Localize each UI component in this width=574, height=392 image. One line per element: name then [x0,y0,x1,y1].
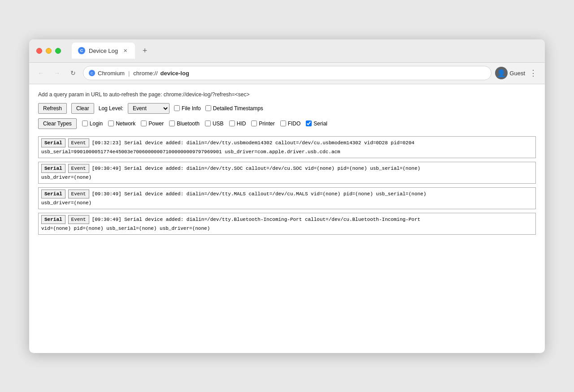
profile-area: 👤 Guest ⋮ [495,67,539,79]
file-info-checkbox-label[interactable]: File Info [174,105,201,112]
log-tag-3: Serial [41,190,65,199]
type-fido-checkbox[interactable] [280,121,286,126]
log-event-tag-2: Event [68,164,89,173]
log-event-tag-1: Event [68,138,89,148]
type-power-text: Power [148,121,164,127]
url-separator: | [128,70,130,77]
type-usb-text: USB [213,121,224,127]
info-bar: Add a query param in URL to auto-refresh… [38,91,536,98]
type-serial-label[interactable]: Serial [306,121,327,127]
browser-window: C Device Log ✕ + ← → ↻ C Chromium | chro… [29,39,545,353]
log-header-3: Serial Event [09:30:49] Serial device ad… [41,190,533,199]
log-body-2: usb_driver=(none) [41,174,533,181]
detailed-timestamps-checkbox-label[interactable]: Detailed Timestamps [205,105,263,112]
url-path: device-log [161,70,189,77]
tab-favicon: C [78,47,85,54]
detailed-timestamps-checkbox[interactable] [205,105,211,111]
log-event-tag-3: Event [68,190,89,199]
detailed-timestamps-label: Detailed Timestamps [213,105,263,112]
file-info-label: File Info [182,105,201,112]
new-tab-button[interactable]: + [139,44,151,57]
log-timestamp-3: [09:30:49] Serial device added: dialin=/… [92,190,426,198]
log-level-label: Log Level: [99,105,123,112]
log-header-2: Serial Event [09:30:49] Serial device ad… [41,164,533,173]
log-body-1: usb_serial=9901000051774e45003e700600000… [41,148,533,156]
table-row: Serial Event [09:30:49] Serial device ad… [38,187,536,209]
type-bluetooth-label[interactable]: Bluetooth [169,121,200,127]
type-network-text: Network [116,121,135,127]
clear-types-button[interactable]: Clear Types [38,118,77,129]
type-power-label[interactable]: Power [141,121,164,127]
table-row: Serial Event [09:32:23] Serial device ad… [38,136,536,158]
log-tag-2: Serial [41,164,65,173]
maximize-button[interactable] [55,48,61,54]
type-power-checkbox[interactable] [141,121,147,126]
type-serial-checkbox[interactable] [306,121,312,126]
site-favicon: C [89,70,95,76]
table-row: Serial Event [09:30:49] Serial device ad… [38,162,536,184]
type-network-checkbox[interactable] [108,121,114,126]
log-body-3: usb_driver=(none) [41,199,533,207]
title-bar: C Device Log ✕ + [29,39,545,63]
tab-close-button[interactable]: ✕ [122,47,129,54]
tab-title: Device Log [89,47,118,54]
table-row: Serial Event [09:30:49] Serial device ad… [38,213,536,235]
url-browser-name: Chromium [98,70,125,77]
url-bar[interactable]: C Chromium | chrome://device-log [83,66,491,80]
log-body-4: vid=(none) pid=(none) usb_serial=(none) … [41,225,533,233]
menu-button[interactable]: ⋮ [527,67,539,79]
tab-bar: C Device Log ✕ + [72,43,538,59]
profile-icon[interactable]: 👤 [495,67,508,79]
log-timestamp-2: [09:30:49] Serial device added: dialin=/… [92,165,421,172]
type-login-label[interactable]: Login [82,121,103,127]
forward-button[interactable]: → [51,67,63,79]
type-fido-label[interactable]: FIDO [280,121,301,127]
type-serial-text: Serial [313,121,327,127]
type-hid-checkbox[interactable] [229,121,235,126]
log-timestamp-1: [09:32:23] Serial device added: dialin=/… [92,139,415,147]
refresh-button[interactable]: Refresh [38,103,67,114]
address-bar: ← → ↻ C Chromium | chrome://device-log 👤… [29,63,545,84]
file-info-checkbox[interactable] [174,105,180,111]
type-login-text: Login [90,121,103,127]
log-timestamp-4: [09:30:49] Serial device added: dialin=/… [92,216,421,224]
log-header-4: Serial Event [09:30:49] Serial device ad… [41,215,533,224]
log-tag-4: Serial [41,215,65,224]
clear-button[interactable]: Clear [71,103,94,114]
minimize-button[interactable] [46,48,52,54]
log-entries: Serial Event [09:32:23] Serial device ad… [38,136,536,235]
reload-button[interactable]: ↻ [67,67,79,79]
controls-row1: Refresh Clear Log Level: Event Debug Inf… [38,103,536,114]
type-printer-label[interactable]: Printer [251,121,274,127]
log-level-select[interactable]: Event Debug Info Warning Error [128,103,170,114]
log-header-1: Serial Event [09:32:23] Serial device ad… [41,138,533,148]
type-printer-text: Printer [259,121,274,127]
type-login-checkbox[interactable] [82,121,88,126]
active-tab[interactable]: C Device Log ✕ [72,43,135,59]
close-button[interactable] [36,48,42,54]
controls-row2: Clear Types Login Network Power Bluetoot… [38,118,536,129]
type-hid-text: HID [237,121,246,127]
type-network-label[interactable]: Network [108,121,135,127]
log-event-tag-4: Event [68,215,89,224]
url-base: chrome:// [133,70,157,77]
type-printer-checkbox[interactable] [251,121,257,126]
type-bluetooth-checkbox[interactable] [169,121,175,126]
type-bluetooth-text: Bluetooth [177,121,200,127]
type-hid-label[interactable]: HID [229,121,246,127]
page-content: Add a query param in URL to auto-refresh… [29,84,545,353]
type-usb-checkbox[interactable] [205,121,211,126]
guest-label: Guest [509,70,525,77]
type-fido-text: FIDO [288,121,301,127]
type-usb-label[interactable]: USB [205,121,224,127]
traffic-lights [36,48,61,54]
log-tag-1: Serial [41,138,65,148]
back-button[interactable]: ← [35,67,47,79]
